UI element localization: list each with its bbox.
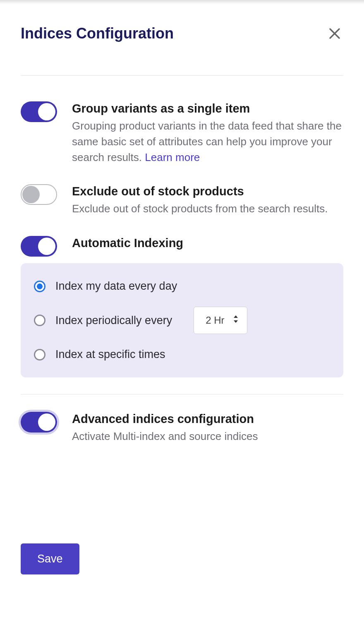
setting-auto-indexing: Automatic Indexing	[21, 235, 343, 257]
close-button[interactable]	[326, 25, 343, 42]
panel-header: Indices Configuration	[21, 25, 343, 76]
period-select-value: 2 Hr	[206, 315, 224, 326]
radio-daily[interactable]	[34, 281, 46, 292]
learn-more-link[interactable]: Learn more	[145, 151, 200, 163]
setting-group-variants: Group variants as a single item Grouping…	[21, 101, 343, 165]
setting-description: Activate Multi-index and source indices	[72, 429, 343, 445]
save-button[interactable]: Save	[21, 543, 79, 574]
setting-title: Exclude out of stock products	[72, 183, 343, 199]
settings-list: Group variants as a single item Grouping…	[21, 76, 343, 445]
radio-specific[interactable]	[34, 349, 46, 360]
radio-label: Index at specific times	[55, 348, 165, 361]
radio-row-daily[interactable]: Index my data every day	[34, 280, 330, 293]
toggle-auto-indexing[interactable]	[21, 236, 57, 257]
indices-config-panel: Indices Configuration Group variants as …	[0, 0, 364, 483]
radio-label: Index periodically every	[55, 314, 172, 327]
setting-exclude-oos: Exclude out of stock products Exclude ou…	[21, 183, 343, 217]
setting-description: Exclude out of stock products from the s…	[72, 201, 343, 217]
setting-advanced: Advanced indices configuration Activate …	[21, 411, 343, 445]
toggle-advanced[interactable]	[21, 412, 57, 433]
radio-row-specific[interactable]: Index at specific times	[34, 348, 330, 361]
toggle-group-variants[interactable]	[21, 101, 57, 122]
panel-footer: Save	[21, 543, 79, 574]
divider	[21, 394, 343, 394]
radio-row-periodic[interactable]: Index periodically every 2 Hr	[34, 307, 330, 334]
setting-title: Automatic Indexing	[72, 235, 343, 251]
chevron-updown-icon	[233, 315, 239, 326]
indexing-options-box: Index my data every day Index periodical…	[21, 263, 343, 377]
toggle-exclude-oos[interactable]	[21, 184, 57, 205]
radio-periodic[interactable]	[34, 315, 46, 326]
close-icon	[328, 27, 341, 40]
radio-label: Index my data every day	[55, 280, 177, 293]
setting-title: Group variants as a single item	[72, 101, 343, 117]
panel-title: Indices Configuration	[21, 25, 174, 42]
setting-title: Advanced indices configuration	[72, 411, 343, 427]
period-select[interactable]: 2 Hr	[194, 307, 247, 334]
setting-description: Grouping product variants in the data fe…	[72, 118, 343, 165]
